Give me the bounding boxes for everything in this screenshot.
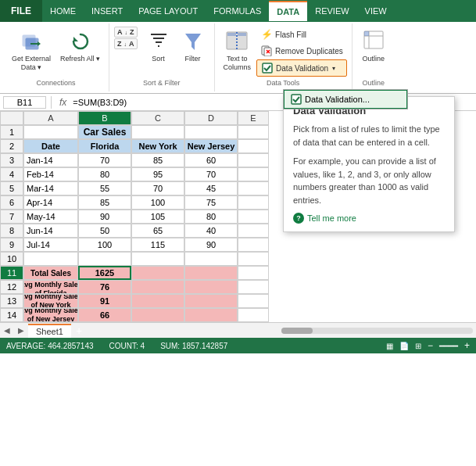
cell-a8[interactable]: Jun-14 (23, 224, 78, 238)
col-header-e[interactable]: E (238, 111, 269, 125)
cell-d2[interactable]: New Jersey (184, 139, 238, 153)
cell-c1[interactable] (131, 125, 184, 139)
view-normal-icon[interactable]: ▦ (386, 342, 393, 350)
cell-e5[interactable] (238, 181, 269, 195)
data-validation-button[interactable]: Data Validation ▾ (256, 59, 347, 77)
col-header-a[interactable]: A (23, 111, 78, 125)
cell-a5[interactable]: Mar-14 (23, 181, 78, 195)
cell-e7[interactable] (238, 210, 269, 224)
menu-home[interactable]: HOME (42, 2, 84, 20)
cell-c4[interactable]: 95 (131, 167, 184, 181)
col-header-d[interactable]: D (184, 111, 238, 125)
zoom-slider[interactable]: ━━━━ (439, 342, 458, 350)
cell-e6[interactable] (238, 195, 269, 210)
outline-button[interactable]: Outline (357, 27, 390, 66)
menu-insert[interactable]: INSERT (84, 2, 131, 20)
remove-duplicates-button[interactable]: Remove Duplicates (256, 43, 347, 59)
cell-d14[interactable] (184, 308, 238, 322)
cell-e14[interactable] (238, 308, 269, 322)
filter-button[interactable]: Filter (177, 27, 209, 66)
sort-az-button[interactable]: A ↓ Z (114, 27, 138, 38)
cell-c6[interactable]: 100 (131, 195, 184, 210)
cell-b11[interactable]: 1625 (78, 266, 131, 280)
view-page-break-icon[interactable]: ⊞ (415, 342, 421, 350)
cell-c5[interactable]: 70 (131, 181, 184, 195)
cell-a9[interactable]: Jul-14 (23, 238, 78, 252)
cell-d12[interactable] (184, 280, 238, 294)
horizontal-scrollbar[interactable] (281, 328, 473, 334)
cell-a11[interactable]: Total Sales (23, 266, 78, 280)
cell-c3[interactable]: 85 (131, 153, 184, 167)
cell-d10[interactable] (184, 252, 238, 266)
cell-c11[interactable] (131, 266, 184, 280)
row-num-1[interactable]: 1 (0, 125, 23, 139)
cell-d11[interactable] (184, 266, 238, 280)
cell-c13[interactable] (131, 294, 184, 308)
tell-me-more-link[interactable]: ? Tell me more (293, 213, 445, 224)
menu-data[interactable]: DATA (269, 1, 307, 21)
row-num-4[interactable]: 4 (0, 167, 23, 181)
cell-e2[interactable] (238, 139, 269, 153)
cell-d3[interactable]: 60 (184, 153, 238, 167)
sort-za-button[interactable]: Z ↓ A (114, 38, 138, 49)
menu-review[interactable]: REVIEW (307, 2, 356, 20)
sort-button[interactable]: Sort (142, 27, 175, 66)
row-num-3[interactable]: 3 (0, 153, 23, 167)
cell-d1[interactable] (184, 125, 238, 139)
menu-view[interactable]: VIEW (357, 2, 395, 20)
view-page-layout-icon[interactable]: 📄 (399, 342, 409, 350)
cell-b12[interactable]: 76 (78, 280, 131, 294)
scroll-left-btn[interactable]: ◀ (0, 326, 14, 335)
cell-b9[interactable]: 100 (78, 238, 131, 252)
cell-a2[interactable]: Date (23, 139, 78, 153)
cell-a7[interactable]: May-14 (23, 210, 78, 224)
row-num-7[interactable]: 7 (0, 210, 23, 224)
row-num-8[interactable]: 8 (0, 224, 23, 238)
cell-d6[interactable]: 75 (184, 195, 238, 210)
row-num-12[interactable]: 12 (0, 280, 23, 294)
zoom-in-btn[interactable]: + (464, 340, 470, 351)
cell-e3[interactable] (238, 153, 269, 167)
cell-a12[interactable]: Avg Monthly Salesof Florida (23, 280, 78, 294)
dv-dropdown-item-1[interactable]: Data Validation... (284, 90, 407, 109)
cell-reference[interactable] (3, 96, 46, 109)
cell-b2[interactable]: Florida (78, 139, 131, 153)
cell-d5[interactable]: 45 (184, 181, 238, 195)
cell-b3[interactable]: 70 (78, 153, 131, 167)
row-num-5[interactable]: 5 (0, 181, 23, 195)
zoom-out-btn[interactable]: − (428, 340, 433, 351)
cell-e4[interactable] (238, 167, 269, 181)
row-num-13[interactable]: 13 (0, 294, 23, 308)
col-header-b[interactable]: B (78, 111, 131, 125)
refresh-all-button[interactable]: Refresh All ▾ (56, 27, 104, 66)
sheet-tab[interactable]: Sheet1 (28, 324, 71, 338)
cell-a14[interactable]: Avg Monthly Salesof New Jersey (23, 308, 78, 322)
cell-d9[interactable]: 90 (184, 238, 238, 252)
row-num-10[interactable]: 10 (0, 252, 23, 266)
cell-c7[interactable]: 105 (131, 210, 184, 224)
cell-a3[interactable]: Jan-14 (23, 153, 78, 167)
cell-e10[interactable] (238, 252, 269, 266)
cell-a10[interactable] (23, 252, 78, 266)
row-num-11[interactable]: 11 (0, 266, 23, 280)
cell-d13[interactable] (184, 294, 238, 308)
cell-e8[interactable] (238, 224, 269, 238)
cell-e1[interactable] (238, 125, 269, 139)
cell-a4[interactable]: Feb-14 (23, 167, 78, 181)
col-header-c[interactable]: C (131, 111, 184, 125)
row-num-14[interactable]: 14 (0, 308, 23, 322)
get-external-data-button[interactable]: Get ExternalData ▾ (8, 27, 55, 74)
menu-page-layout[interactable]: PAGE LAYOUT (131, 2, 206, 20)
cell-a13[interactable]: Avg Monthly Salesof New York (23, 294, 78, 308)
cell-c14[interactable] (131, 308, 184, 322)
cell-b4[interactable]: 80 (78, 167, 131, 181)
cell-d8[interactable]: 40 (184, 224, 238, 238)
menu-formulas[interactable]: FORMULAS (206, 2, 269, 20)
row-num-9[interactable]: 9 (0, 238, 23, 252)
cell-e12[interactable] (238, 280, 269, 294)
cell-b6[interactable]: 85 (78, 195, 131, 210)
cell-c8[interactable]: 65 (131, 224, 184, 238)
cell-a6[interactable]: Apr-14 (23, 195, 78, 210)
cell-a1[interactable] (23, 125, 78, 139)
cell-e11[interactable] (238, 266, 269, 280)
